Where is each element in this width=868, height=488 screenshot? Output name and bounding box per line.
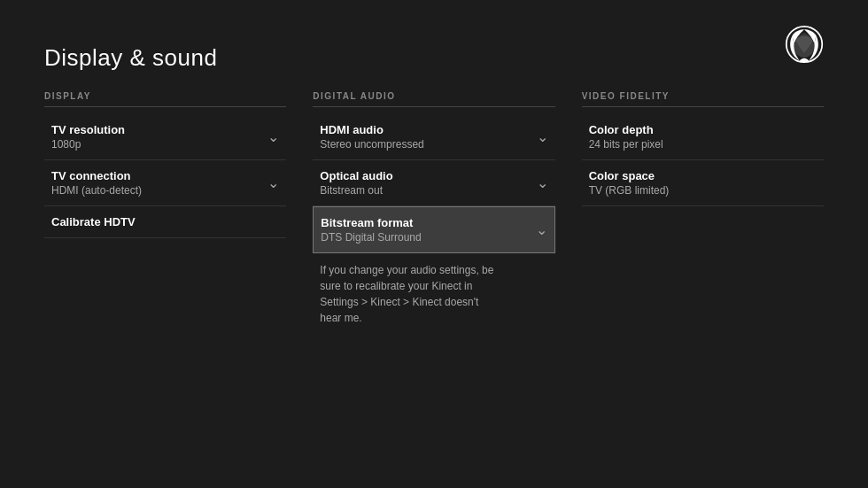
hdmi-audio-chevron: ⌄ [537, 128, 548, 145]
xbox-logo [785, 25, 824, 64]
optical-audio-value: Bitstream out [320, 184, 392, 197]
calibrate-hdtv-label: Calibrate HDTV [51, 215, 279, 229]
page-title: Display & sound [44, 44, 824, 72]
bitstream-format-label: Bitstream format [321, 216, 421, 229]
bitstream-format-item[interactable]: Bitstream format DTS Digital Surround ⌄ [313, 206, 554, 253]
hdmi-audio-item[interactable]: HDMI audio Stereo uncompressed ⌄ [313, 114, 554, 160]
tv-connection-chevron: ⌄ [267, 174, 279, 191]
calibrate-hdtv-item[interactable]: Calibrate HDTV [44, 206, 286, 238]
display-column-header: DISPLAY [44, 91, 286, 107]
columns-container: DISPLAY TV resolution 1080p ⌄ TV connect… [44, 91, 824, 335]
optical-audio-label: Optical audio [320, 169, 392, 182]
bitstream-format-chevron: ⌄ [536, 221, 547, 238]
digital-audio-column: DIGITAL AUDIO HDMI audio Stereo uncompre… [313, 91, 581, 335]
color-depth-value: 24 bits per pixel [589, 138, 817, 151]
display-column: DISPLAY TV resolution 1080p ⌄ TV connect… [44, 91, 313, 335]
optical-audio-chevron: ⌄ [537, 174, 548, 191]
optical-audio-item[interactable]: Optical audio Bitstream out ⌄ [313, 160, 554, 206]
color-depth-item: Color depth 24 bits per pixel [582, 114, 824, 160]
hdmi-audio-label: HDMI audio [320, 123, 423, 136]
color-space-value: TV (RGB limited) [589, 184, 817, 197]
tv-connection-value: HDMI (auto-detect) [51, 184, 142, 197]
tv-connection-item[interactable]: TV connection HDMI (auto-detect) ⌄ [44, 160, 286, 206]
color-space-label: Color space [589, 169, 817, 182]
color-space-item: Color space TV (RGB limited) [582, 160, 824, 206]
digital-audio-column-header: DIGITAL AUDIO [313, 91, 554, 107]
hdmi-audio-value: Stereo uncompressed [320, 138, 423, 151]
audio-info-text: If you change your audio settings, be su… [313, 253, 508, 335]
bitstream-format-value: DTS Digital Surround [321, 231, 421, 244]
video-fidelity-column: VIDEO FIDELITY Color depth 24 bits per p… [582, 91, 824, 335]
page-container: Display & sound DISPLAY TV resolution 10… [0, 0, 868, 488]
tv-connection-label: TV connection [51, 169, 142, 182]
tv-resolution-item[interactable]: TV resolution 1080p ⌄ [44, 114, 286, 160]
tv-resolution-chevron: ⌄ [267, 128, 279, 145]
color-depth-label: Color depth [589, 123, 817, 136]
video-fidelity-column-header: VIDEO FIDELITY [582, 91, 824, 107]
tv-resolution-value: 1080p [51, 138, 125, 151]
tv-resolution-label: TV resolution [51, 123, 125, 136]
